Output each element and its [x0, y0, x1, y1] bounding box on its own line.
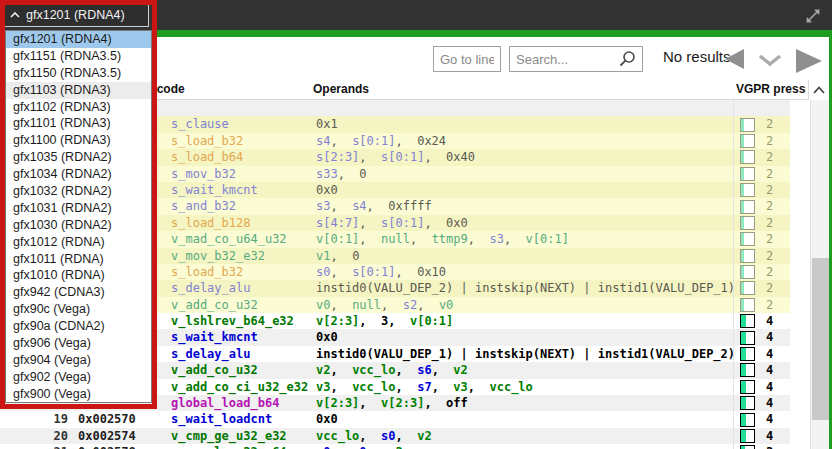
isa-row[interactable]: 190x002570s_wait_loadcnt0x04 [0, 411, 790, 427]
isa-view-panel: gfx1201 (RDNA4) No results Opcode Operan [0, 0, 832, 449]
dropdown-item[interactable]: gfx1030 (RDNA2) [6, 217, 151, 234]
pressure-bar [740, 183, 755, 197]
dropdown-item[interactable]: gfx906 (Vega) [6, 335, 151, 352]
dropdown-item[interactable]: gfx1032 (RDNA2) [6, 183, 151, 200]
pressure-value: 2 [766, 248, 773, 264]
operands-cell: 0x0 [310, 411, 733, 427]
dropdown-item[interactable]: gfx1035 (RDNA2) [6, 149, 151, 166]
goto-line-input[interactable] [433, 46, 501, 72]
vgpr-pressure-cell: 4 [733, 362, 790, 378]
opcode-cell: s_load_b32 [158, 133, 310, 149]
pressure-value: 4 [766, 329, 773, 345]
vgpr-pressure-cell: 4 [733, 428, 790, 444]
address-cell: 0x002570 [72, 411, 158, 427]
dropdown-item[interactable]: gfx904 (Vega) [6, 352, 151, 369]
operands-cell: v1, 0 [310, 248, 733, 264]
vgpr-pressure-cell: 3 [733, 444, 790, 449]
pressure-bar [740, 380, 755, 394]
opcode-cell: s_wait_loadcnt [158, 411, 310, 427]
opcode-cell: s_load_b32 [158, 264, 310, 280]
dropdown-item[interactable]: gfx1102 (RDNA3) [6, 99, 151, 116]
operands-cell: 0x0 [310, 182, 733, 198]
pressure-value: 2 [766, 264, 773, 280]
dropdown-item[interactable]: gfx1031 (RDNA2) [6, 200, 151, 217]
isa-row[interactable]: 200x002574v_cmp_ge_u32_e32vcc_lo, s0, v2… [0, 428, 790, 444]
vgpr-pressure-cell: 2 [733, 133, 790, 149]
operands-cell: v[2:3], 3, v[0:1] [310, 313, 733, 329]
pressure-bar [740, 265, 755, 279]
operands-cell: s0, s[0:1], 0x10 [310, 264, 733, 280]
scrollbar-thumb[interactable] [812, 258, 829, 420]
pressure-bar [740, 118, 755, 132]
pressure-bar [740, 232, 755, 246]
dropdown-item[interactable]: gfx902 (Vega) [6, 369, 151, 386]
vgpr-pressure-cell: 4 [733, 329, 790, 345]
dropdown-item[interactable]: gfx1012 (RDNA) [6, 234, 151, 251]
dropdown-item[interactable]: gfx942 (CDNA3) [6, 284, 151, 301]
pressure-bar [740, 413, 755, 427]
pressure-value: 4 [766, 428, 773, 444]
line-number-cell: 21 [0, 444, 72, 449]
vertical-scrollbar[interactable] [810, 100, 829, 449]
pressure-value: 4 [766, 411, 773, 427]
isa-row[interactable]: 210x002578v_cmp_le_u32_e64s0, s0, v33 [0, 444, 790, 449]
pressure-bar [740, 281, 755, 295]
dropdown-item[interactable]: gfx1103 (RDNA3) [6, 82, 151, 99]
dropdown-item[interactable]: gfx1011 (RDNA) [6, 251, 151, 268]
dropdown-item[interactable]: gfx1101 (RDNA3) [6, 115, 151, 132]
pressure-value: 4 [766, 313, 773, 329]
operands-cell: 0x0 [310, 329, 733, 345]
opcode-cell: v_add_co_ci_u32_e32 [158, 379, 310, 395]
pressure-bar [740, 167, 755, 181]
column-header-operands: Operands [313, 82, 369, 96]
operands-cell: 0x1 [310, 116, 733, 132]
next-result-button[interactable] [794, 48, 825, 74]
search-icon[interactable] [618, 50, 637, 69]
operands-cell: instid0(VALU_DEP_1) | instskip(NEXT) | i… [310, 346, 733, 362]
opcode-cell: v_cmp_ge_u32_e32 [158, 428, 310, 444]
pressure-value: 4 [766, 395, 773, 411]
isa-target-dropdown[interactable]: gfx1201 (RDNA4) [3, 3, 149, 27]
previous-result-button[interactable] [722, 48, 746, 70]
vgpr-pressure-cell: 2 [733, 231, 790, 247]
dropdown-item[interactable]: gfx1151 (RDNA3.5) [6, 48, 151, 65]
resize-diagonal-icon[interactable] [804, 7, 822, 25]
vgpr-pressure-cell: 2 [733, 280, 790, 296]
operands-cell: v[0:1], null, ttmp9, s3, v[0:1] [310, 231, 733, 247]
vgpr-pressure-cell: 2 [733, 116, 790, 132]
pressure-value: 2 [766, 280, 773, 296]
opcode-cell: s_delay_alu [158, 280, 310, 296]
dropdown-item[interactable]: gfx1201 (RDNA4) [6, 31, 151, 48]
vgpr-pressure-cell: 2 [733, 248, 790, 264]
column-header-vgpr-pressure: VGPR pressure [736, 82, 806, 96]
pressure-bar [740, 216, 755, 230]
pressure-bar [740, 249, 755, 263]
line-number-cell: 19 [0, 411, 72, 427]
dropdown-item[interactable]: gfx1150 (RDNA3.5) [6, 65, 151, 82]
vgpr-pressure-cell [733, 100, 790, 116]
pressure-bar [740, 150, 755, 164]
dropdown-item[interactable]: gfx90c (Vega) [6, 301, 151, 318]
dropdown-item[interactable]: gfx1100 (RDNA3) [6, 132, 151, 149]
opcode-cell: v_add_co_u32 [158, 297, 310, 313]
pressure-bar [740, 134, 755, 148]
opcode-cell: v_lshlrev_b64_e32 [158, 313, 310, 329]
pressure-value: 2 [766, 149, 773, 165]
pressure-bar [740, 298, 755, 312]
scroll-up-button[interactable] [808, 80, 829, 100]
operands-cell: s33, 0 [310, 166, 733, 182]
dropdown-item[interactable]: gfx90a (CDNA2) [6, 318, 151, 335]
opcode-cell: v_mov_b32_e32 [158, 248, 310, 264]
dropdown-item[interactable]: gfx1010 (RDNA) [6, 267, 151, 284]
chevron-down-icon[interactable] [757, 54, 783, 67]
pressure-bar [740, 314, 755, 328]
opcode-cell: s_wait_kmcnt [158, 182, 310, 198]
top-bar: gfx1201 (RDNA4) [0, 0, 832, 30]
operands-cell: s3, s4, 0xffff [310, 198, 733, 214]
dropdown-item[interactable]: gfx900 (Vega) [6, 386, 151, 403]
operands-cell: v0, null, s2, v0 [310, 297, 733, 313]
operands-cell: s4, s[0:1], 0x24 [310, 133, 733, 149]
operands-cell: s[4:7], s[0:1], 0x0 [310, 215, 733, 231]
pressure-bar [740, 445, 755, 449]
dropdown-item[interactable]: gfx1034 (RDNA2) [6, 166, 151, 183]
